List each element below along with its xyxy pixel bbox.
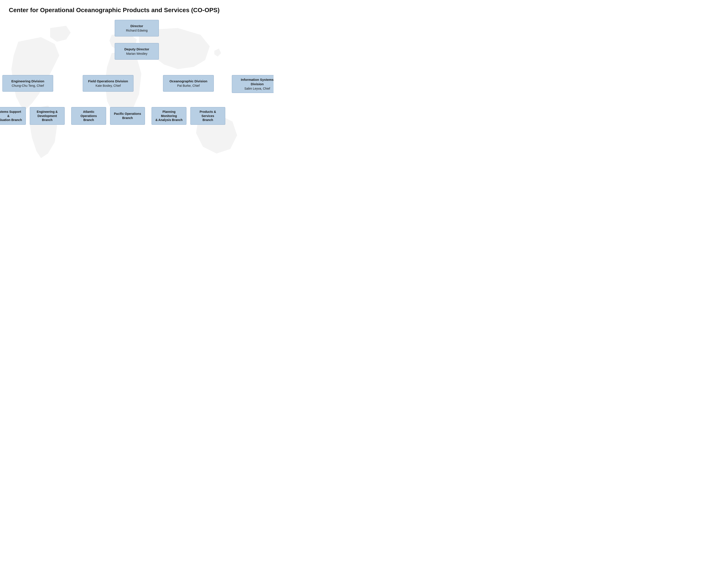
engineering-division-box: Engineering Division Chung-Chu Teng, Chi…: [2, 75, 53, 92]
director-role: Director: [130, 24, 143, 28]
psb-label: Products & ServicesBranch: [194, 110, 222, 122]
director-box: Director Richard Edwing: [115, 20, 159, 36]
director-name: Richard Edwing: [126, 28, 148, 32]
deputy-name: Marian Westley: [126, 52, 147, 56]
page-title: Center for Operational Oceanographic Pro…: [9, 7, 265, 14]
isd-div-chief: Salim Leyva, Chief: [244, 86, 270, 90]
oceanographic-division-box: Oceanographic Division Pat Burke, Chief: [163, 75, 214, 92]
deputy-row: Deputy Director Marian Westley: [115, 43, 159, 60]
field-ops-branches: Atlantic OperationsBranch Pacific Operat…: [71, 107, 145, 125]
org-chart: Director Richard Edwing Deputy Director …: [9, 20, 265, 125]
psb-branch-box: Products & ServicesBranch: [190, 107, 225, 125]
top-hierarchy: Director Richard Edwing Deputy Director …: [9, 20, 265, 125]
pmab-branch-box: Planning Monitoring& Analysis Branch: [152, 107, 186, 125]
field-ops-division-col: Field Operations Division Kate Bosley, C…: [71, 75, 145, 125]
pob-label: Pacific OperationsBranch: [114, 112, 141, 120]
aob-label: Atlantic OperationsBranch: [75, 110, 103, 122]
pob-branch-box: Pacific OperationsBranch: [110, 107, 145, 125]
oceanographic-division-col: Oceanographic Division Pat Burke, Chief …: [152, 75, 225, 125]
fod-div-chief: Kate Bosley, Chief: [96, 84, 121, 88]
divisions-row: Engineering Division Chung-Chu Teng, Chi…: [9, 75, 265, 125]
edb-label: Engineering &Development Branch: [33, 110, 61, 122]
fod-div-name: Field Operations Division: [88, 79, 128, 83]
info-systems-division-box: Information Systems Division Salim Leyva…: [232, 75, 274, 93]
sseb-branch-box: Systems Support &Evaluation Branch: [0, 107, 26, 125]
eng-div-chief: Chung-Chu Teng, Chief: [12, 84, 44, 88]
deputy-role: Deputy Director: [124, 47, 149, 51]
info-systems-division-col: Information Systems Division Salim Leyva…: [232, 75, 274, 125]
oceanographic-branches: Planning Monitoring& Analysis Branch Pro…: [152, 107, 225, 125]
engineering-branches: Systems Support &Evaluation Branch Engin…: [0, 107, 65, 125]
sseb-label: Systems Support &Evaluation Branch: [0, 110, 23, 122]
engineering-division-col: Engineering Division Chung-Chu Teng, Chi…: [0, 75, 65, 125]
eng-div-name: Engineering Division: [11, 79, 44, 83]
edb-branch-box: Engineering &Development Branch: [30, 107, 65, 125]
aob-branch-box: Atlantic OperationsBranch: [71, 107, 106, 125]
ocd-div-name: Oceanographic Division: [169, 79, 207, 83]
director-row: Director Richard Edwing: [115, 20, 159, 36]
main-content: Center for Operational Oceanographic Pro…: [9, 7, 265, 125]
field-ops-division-box: Field Operations Division Kate Bosley, C…: [83, 75, 133, 92]
pmab-label: Planning Monitoring& Analysis Branch: [155, 110, 183, 122]
page-container: Center for Operational Oceanographic Pro…: [0, 0, 274, 212]
isd-div-name: Information Systems Division: [235, 77, 274, 86]
ocd-div-chief: Pat Burke, Chief: [177, 84, 200, 88]
deputy-director-box: Deputy Director Marian Westley: [115, 43, 159, 60]
